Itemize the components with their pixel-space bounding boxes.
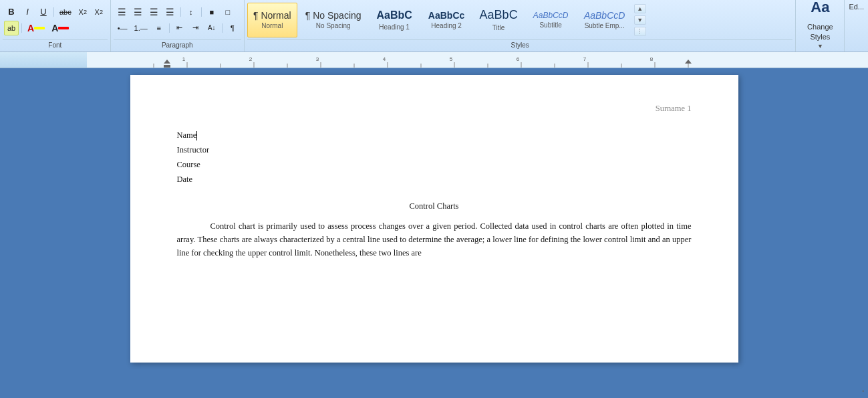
font-row-1: B I U abc X2 X2 bbox=[4, 5, 106, 19]
paragraph-group: ☰ ☰ ☰ ☰ ↕ ■ □ •— 1.— ≡ ⇤ ⇥ A↓ bbox=[111, 0, 245, 52]
decrease-indent-button[interactable]: ⇤ bbox=[172, 21, 187, 35]
doc-course-line: Course bbox=[177, 158, 692, 171]
doc-body-paragraph: Control chart is primarily used to asses… bbox=[177, 219, 692, 260]
styles-scroll-down-button[interactable]: ▼ bbox=[634, 15, 646, 25]
style-heading1-preview: AaBbC bbox=[376, 9, 412, 21]
paragraph-group-label: Paragraph bbox=[114, 39, 241, 50]
styles-group-label: Styles bbox=[247, 39, 793, 50]
highlight-indicator bbox=[34, 27, 45, 29]
edit-group: Ed... bbox=[845, 0, 868, 52]
italic-button[interactable]: I bbox=[20, 5, 35, 19]
style-subtle-emp-button[interactable]: AaBbCcD Subtle Emp... bbox=[578, 3, 631, 37]
doc-date-line: Date bbox=[177, 173, 692, 186]
superscript-button[interactable]: X2 bbox=[92, 5, 106, 19]
svg-text:7: 7 bbox=[583, 56, 587, 62]
bullets-button[interactable]: •— bbox=[115, 21, 130, 35]
style-normal-button[interactable]: ¶ Normal Normal bbox=[247, 3, 297, 37]
doc-course-text: Course bbox=[177, 160, 200, 169]
edit-label: Ed... bbox=[849, 3, 864, 11]
aa-text: Aa bbox=[811, 0, 829, 16]
sort-button[interactable]: A↓ bbox=[204, 21, 219, 35]
font-row-2: ab A A bbox=[4, 21, 106, 35]
svg-text:1: 1 bbox=[182, 56, 186, 62]
style-heading1-button[interactable]: AaBbC Heading 1 bbox=[370, 3, 420, 37]
ruler-svg: 1 2 3 4 5 6 7 8 bbox=[87, 52, 868, 68]
separator-1 bbox=[53, 7, 54, 17]
style-subtitle-preview: AaBbCcD bbox=[533, 11, 569, 20]
ribbon: B I U abc X2 X2 ab A A bbox=[0, 0, 868, 52]
para-row-2: •— 1.— ≡ ⇤ ⇥ A↓ ¶ bbox=[115, 21, 240, 35]
styles-scroll-arrows: ▲ ▼ ⋮ bbox=[633, 3, 647, 37]
document-page[interactable]: Surname 1 Name Instructor Course Date Co… bbox=[130, 75, 738, 363]
numbering-button[interactable]: 1.— bbox=[132, 21, 150, 35]
indent-marker-base bbox=[164, 65, 170, 68]
styles-expand-button[interactable]: ▪ bbox=[859, 386, 868, 395]
doc-instructor-line: Instructor bbox=[177, 143, 692, 157]
font-group-content: B I U abc X2 X2 ab A A bbox=[3, 1, 108, 38]
bold-button[interactable]: B bbox=[4, 5, 19, 19]
text-effects-button[interactable]: ab bbox=[4, 21, 19, 35]
change-styles-chevron: ▼ bbox=[817, 43, 823, 49]
color-indicator bbox=[58, 27, 69, 29]
aa-button[interactable]: Aa bbox=[811, 0, 829, 16]
align-center-button[interactable]: ☰ bbox=[131, 5, 146, 19]
increase-indent-button[interactable]: ⇥ bbox=[188, 21, 203, 35]
font-group-label: Font bbox=[3, 39, 108, 50]
styles-group: ¶ Normal Normal ¶ No Spacing No Spacing … bbox=[245, 0, 797, 52]
para-row-1: ☰ ☰ ☰ ☰ ↕ ■ □ bbox=[115, 5, 240, 19]
style-heading2-preview: AaBbCc bbox=[428, 10, 464, 21]
style-title-button[interactable]: AaBbC Title bbox=[474, 3, 524, 37]
paragraph-group-content: ☰ ☰ ☰ ☰ ↕ ■ □ •— 1.— ≡ ⇤ ⇥ A↓ bbox=[114, 1, 241, 38]
align-right-button[interactable]: ☰ bbox=[147, 5, 162, 19]
show-hide-button[interactable]: ¶ bbox=[225, 21, 240, 35]
multilevel-button[interactable]: ≡ bbox=[152, 21, 166, 35]
strikethrough-button[interactable]: abc bbox=[57, 5, 74, 19]
styles-scroll-up-button[interactable]: ▲ bbox=[634, 4, 646, 13]
font-size-btn[interactable]: A bbox=[25, 21, 47, 35]
doc-name-text: Name bbox=[177, 130, 197, 140]
doc-date-text: Date bbox=[177, 175, 193, 184]
separator-6 bbox=[222, 23, 223, 33]
line-spacing-button[interactable]: ↕ bbox=[184, 5, 198, 19]
style-title-label: Title bbox=[492, 24, 505, 31]
style-no-spacing-label: No Spacing bbox=[316, 22, 351, 29]
style-heading2-button[interactable]: AaBbCc Heading 2 bbox=[422, 3, 472, 37]
font-color-btn[interactable]: A bbox=[49, 21, 71, 35]
svg-rect-1 bbox=[87, 52, 868, 68]
ruler-inner: 1 2 3 4 5 6 7 8 bbox=[87, 52, 868, 68]
svg-text:3: 3 bbox=[316, 56, 319, 62]
separator-2 bbox=[21, 23, 22, 33]
separator-3 bbox=[180, 7, 181, 17]
subscript-button[interactable]: X2 bbox=[76, 5, 90, 19]
change-styles-button[interactable]: ChangeStyles ▼ bbox=[800, 19, 840, 53]
text-cursor bbox=[196, 131, 197, 140]
align-left-button[interactable]: ☰ bbox=[115, 5, 130, 19]
ruler: 1 2 3 4 5 6 7 8 bbox=[0, 52, 868, 68]
shading-button[interactable]: ■ bbox=[204, 5, 219, 19]
separator-5 bbox=[169, 23, 170, 33]
svg-text:5: 5 bbox=[450, 56, 453, 62]
doc-instructor-text: Instructor bbox=[177, 145, 210, 155]
style-heading2-label: Heading 2 bbox=[431, 22, 462, 29]
style-subtitle-button[interactable]: AaBbCcD Subtitle bbox=[526, 3, 576, 37]
style-no-spacing-preview: ¶ No Spacing bbox=[305, 10, 361, 21]
style-subtitle-label: Subtitle bbox=[539, 21, 561, 29]
styles-scroll-more-button[interactable]: ⋮ bbox=[634, 27, 646, 36]
doc-name-line: Name bbox=[177, 128, 692, 142]
change-styles-label: ChangeStyles bbox=[807, 22, 833, 41]
svg-text:6: 6 bbox=[517, 56, 520, 62]
svg-text:2: 2 bbox=[249, 56, 253, 62]
page-header: Surname 1 bbox=[177, 102, 692, 115]
underline-button[interactable]: U bbox=[36, 5, 51, 19]
style-normal-preview: ¶ Normal bbox=[253, 10, 291, 21]
separator-4 bbox=[201, 7, 202, 17]
borders-button[interactable]: □ bbox=[221, 5, 235, 19]
doc-title: Control Charts bbox=[177, 199, 692, 213]
style-no-spacing-button[interactable]: ¶ No Spacing No Spacing bbox=[299, 3, 368, 37]
document-area: Surname 1 Name Instructor Course Date Co… bbox=[0, 68, 868, 369]
style-subtle-emp-label: Subtle Emp... bbox=[585, 22, 625, 29]
style-title-preview: AaBbC bbox=[480, 8, 518, 23]
justify-button[interactable]: ☰ bbox=[163, 5, 178, 19]
svg-text:4: 4 bbox=[383, 56, 386, 62]
style-subtle-emp-preview: AaBbCcD bbox=[584, 10, 625, 21]
